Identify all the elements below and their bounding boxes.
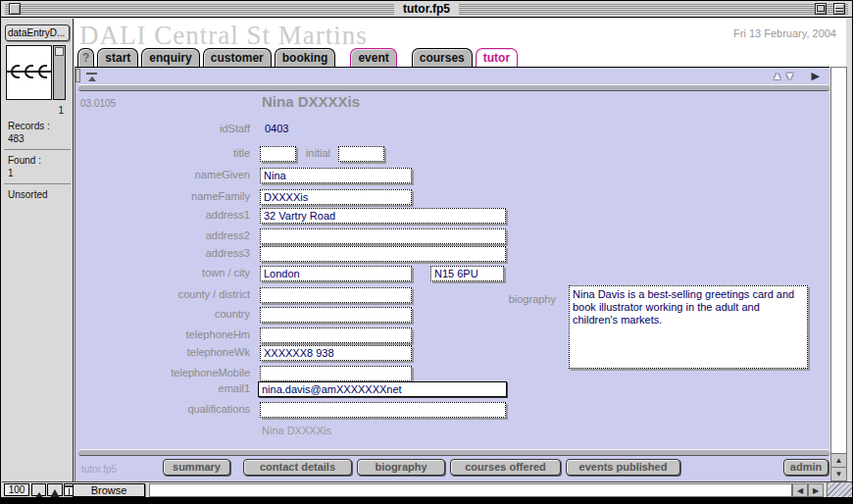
county-label: county / district [75,287,250,302]
telephonewk-label: telephoneWk [75,345,250,360]
postcode-field[interactable]: N15 6PU [430,266,504,281]
courses-offered-button[interactable]: courses offered [450,459,561,476]
scroll-down-icon[interactable]: ▼ [831,467,846,480]
binder-ring-icon [25,65,33,78]
status-bar: 100 Browse ◀ ▶ [2,481,853,497]
telephonewk-field[interactable]: XXXXXX8 938 [260,345,412,361]
record-up-down-icons[interactable]: ▲▼ [772,70,797,81]
town-field[interactable]: London [260,266,412,281]
zoom-in-icon[interactable] [47,483,63,496]
qualifications-label: qualifications [75,402,250,417]
collapse-box-icon[interactable] [833,3,845,15]
binder-ring-icon [11,65,20,78]
sort-status: Unsorted [8,189,48,200]
biography-label: biography [458,292,556,307]
initial-label: initial [276,146,330,161]
tab-booking[interactable]: booking [275,48,336,67]
tab-event[interactable]: event [350,48,396,67]
idstaff-value: 0403 [265,122,288,136]
record-code: 03.0105 [80,98,116,109]
zoom-box-icon[interactable] [815,3,827,15]
header-divider-bar [78,84,829,91]
biography-field[interactable]: Nina Davis is a best-selling greetings c… [569,285,808,369]
horizontal-scrollbar-track[interactable] [149,483,792,497]
email1-label: email1 [75,381,250,396]
section-button-strip: tutor.fp5 summary contact details biogra… [75,456,829,482]
current-date: Fri 13 February, 2004 [733,27,836,39]
layout-corner-handle[interactable] [75,69,80,82]
address1-label: address1 [75,208,250,223]
file-name-label: tutor.fp5 [81,464,117,475]
address3-label: address3 [75,246,250,261]
found-count: 1 [8,168,14,178]
telephonemobile-label: telephoneMobile [75,366,250,380]
idstaff-label: idStaff [75,122,250,136]
country-label: country [75,307,250,322]
country-field[interactable] [260,307,412,323]
layout-header: DALI Central St Martins Fri 13 February,… [75,19,846,67]
tab-help[interactable]: ? [77,48,94,67]
tutor-name-heading: Nina DXXXXis [262,93,360,110]
tab-courses[interactable]: courses [412,48,473,67]
zoom-percentage[interactable]: 100 [4,483,29,496]
layout-popup-button[interactable]: dataEntryD... [5,25,70,41]
tab-customer[interactable]: customer [203,48,272,67]
biography-button[interactable]: biography [357,459,445,476]
mode-popup-button[interactable]: Browse [73,483,145,497]
address2-field[interactable] [260,228,506,244]
summary-button[interactable]: summary [163,459,230,476]
namefamily-field[interactable]: DXXXXis [260,189,412,205]
scroll-up-icon[interactable]: ▲ [831,453,846,467]
admin-button[interactable]: admin [783,459,828,476]
scroll-left-icon[interactable]: ◀ [792,483,808,497]
panel-expand-icon[interactable]: ▶ [812,70,820,82]
initial-field[interactable] [338,146,384,162]
navigation-tabs: ? start enquiry customer booking event c… [77,45,518,67]
county-field[interactable] [260,287,412,303]
address1-field[interactable]: 32 Vartry Road [260,208,506,224]
footer-divider-bar [78,449,829,456]
town-label: town / city [75,266,250,280]
record-book-navigator[interactable]: 1 [6,45,68,120]
telephonemobile-field[interactable] [260,366,412,381]
records-count: 483 [8,133,25,144]
telephonehm-field[interactable] [260,328,412,343]
binder-ring-icon [38,65,47,78]
window-title: tutor.fp5 [394,2,459,17]
window-bottom-frame [1,497,853,504]
book-page-icon[interactable] [6,45,52,100]
record-slider-thumb[interactable] [55,47,64,56]
status-panel: dataEntryD... 1 Records : 483 Found : 1 … [2,19,74,481]
telephonehm-label: telephoneHm [75,328,250,342]
sidebar-divider [4,149,71,150]
tab-tutor[interactable]: tutor [476,48,518,67]
layout-body: ▲▼ ▶ 03.0105 Nina DXXXXis idStaff 0403 t… [75,67,829,481]
record-slider-track[interactable] [53,45,66,100]
window-titlebar[interactable]: tutor.fp5 [1,1,852,18]
window-resize-grip[interactable] [827,482,852,498]
close-box-icon[interactable] [9,3,21,15]
record-footer-name: Nina DXXXXis [262,425,331,436]
vertical-scrollbar[interactable]: ▲ ▼ [830,67,847,481]
namefamily-label: nameFamily [75,189,250,204]
zoom-out-icon[interactable] [31,483,46,496]
address2-label: address2 [75,228,250,243]
qualifications-field[interactable] [260,402,506,418]
contact-details-button[interactable]: contact details [243,459,352,476]
email1-field[interactable]: nina.davis@amXXXXXXXnet [258,381,507,397]
collapse-header-icon[interactable] [86,73,97,81]
current-record-number: 1 [58,105,64,116]
tab-start[interactable]: start [97,48,138,67]
namegiven-field[interactable]: Nina [260,168,412,183]
scroll-right-icon[interactable]: ▶ [808,483,824,497]
address3-field[interactable] [260,246,506,262]
filemaker-window: tutor.fp5 dataEntryD... 1 Records : 483 … [0,0,853,504]
found-label: Found : [8,155,41,166]
records-label: Records : [8,121,50,131]
sidebar-divider [4,183,71,184]
tab-enquiry[interactable]: enquiry [141,48,199,67]
title-label: title [75,146,250,161]
events-published-button[interactable]: events published [566,459,680,476]
namegiven-label: nameGiven [75,168,250,182]
